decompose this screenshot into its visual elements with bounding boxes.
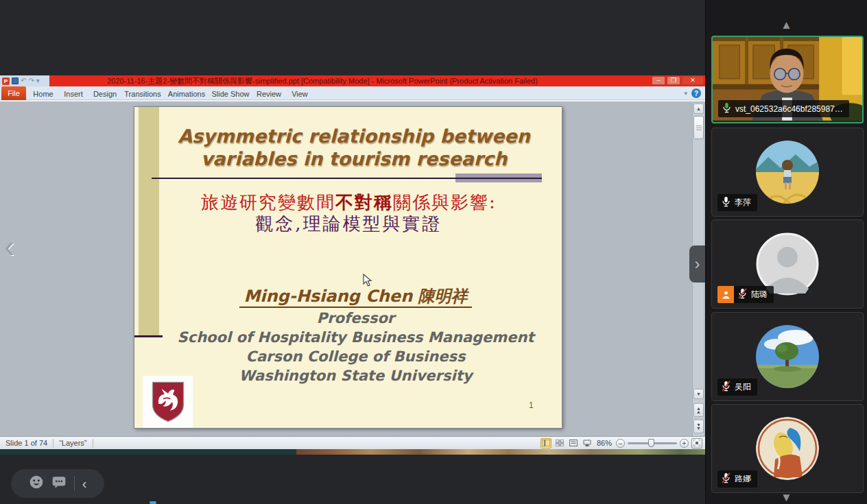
reaction-chat-toolbar: ‹ (11, 469, 104, 498)
zoom-slider[interactable] (628, 438, 677, 448)
tab-view[interactable]: View (289, 88, 311, 99)
chinese-subtitle-line1: 旅遊研究變數間不對稱關係與影響: (134, 191, 563, 215)
participants-scroll-up-icon[interactable]: ▲ (781, 19, 792, 31)
redo-icon[interactable]: ↷ (28, 77, 34, 84)
slide-page-number: 1 (529, 400, 534, 410)
window-title: 2020-11-16-主題2-變數間不對稱關係與影響-simplified.pp… (62, 76, 583, 86)
mic-muted-icon (722, 381, 731, 394)
scroll-down-arrow[interactable]: ▼ (693, 389, 704, 399)
participant-tile-speaker[interactable]: vst_062532a6c46bf285987… (711, 36, 864, 123)
slide-counter: Slide 1 of 74 (5, 439, 47, 447)
slide-workspace: Asymmetric relationship between variable… (0, 100, 705, 436)
undo-icon[interactable]: ↶ (21, 77, 26, 84)
presenter-badge-icon (717, 286, 734, 303)
mic-on-icon (722, 196, 731, 209)
tab-animations[interactable]: Animations (165, 88, 208, 99)
emoji-reaction-icon[interactable] (29, 475, 44, 492)
tab-transitions[interactable]: Transitions (121, 88, 163, 99)
participants-scroll-down-icon[interactable]: ▼ (781, 492, 792, 503)
tab-file[interactable]: File (1, 86, 26, 100)
participant-name: vst_062532a6c46bf285987… (735, 104, 843, 114)
author-role: Professor (134, 309, 577, 328)
author-university: Washington State University (134, 366, 577, 385)
app-window: 2020-11-16-主題2-變數間不對稱關係與影響-simplified.pp… (0, 0, 867, 504)
participant-tile[interactable]: 李萍 (711, 128, 864, 217)
participant-name: 路娜 (735, 473, 751, 485)
participant-tile[interactable]: 吴阳 (711, 312, 864, 401)
desktop-strip (0, 449, 705, 455)
participant-badge-row: 陆璐 (717, 286, 774, 303)
theme-name: “Layers” (59, 439, 86, 447)
wsu-logo (143, 376, 193, 428)
mic-muted-icon (722, 472, 731, 485)
zoom-in-button[interactable]: + (680, 439, 689, 448)
participant-name: 陆璐 (751, 289, 768, 300)
scrollbar-thumb[interactable] (693, 116, 704, 139)
participant-tile[interactable]: 路娜 (711, 404, 864, 493)
participant-name-badge: vst_062532a6c46bf285987… (718, 100, 849, 117)
author-college: Carson College of Business (134, 347, 577, 366)
author-dept: School of Hospitality Business Managemen… (134, 328, 577, 347)
mic-active-icon (722, 102, 731, 115)
ribbon-tab-bar: File Home Insert Design Transitions Anim… (0, 86, 705, 100)
participant-name-badge: 路娜 (717, 470, 757, 488)
tab-home[interactable]: Home (30, 88, 56, 99)
chinese-subtitle-line2: 觀念,理論模型與實證 (134, 212, 563, 236)
participant-name-badge: 李萍 (717, 194, 757, 211)
powerpoint-titlebar: 2020-11-16-主題2-變數間不對稱關係與影響-simplified.pp… (0, 75, 705, 86)
avatar (756, 417, 819, 480)
chat-icon[interactable] (51, 475, 67, 492)
participant-tile[interactable]: 陆璐 (711, 219, 864, 309)
tab-design[interactable]: Design (91, 88, 119, 99)
avatar (756, 325, 819, 388)
slide-nav-left-icon[interactable]: ‹ (4, 230, 14, 262)
reading-view-button[interactable] (568, 438, 579, 448)
mic-muted-icon (738, 288, 747, 301)
avatar (756, 141, 819, 204)
panel-expand-handle[interactable]: › (689, 245, 705, 283)
restore-button[interactable]: ❐ (667, 76, 680, 85)
previous-slide-button[interactable]: ▲▲ (693, 403, 704, 417)
zoom-slider-thumb[interactable] (648, 439, 654, 447)
tab-review[interactable]: Review (254, 88, 284, 99)
participant-name: 李萍 (735, 197, 751, 208)
zoom-percentage: 86% (597, 439, 612, 447)
tab-slide-show[interactable]: Slide Show (209, 88, 252, 99)
slide-sorter-view-button[interactable] (554, 438, 565, 448)
slide-title: Asymmetric relationship between variable… (162, 125, 546, 170)
author-name: Ming-Hsiang Chen 陳明祥 (134, 285, 577, 307)
powerpoint-statusbar: Slide 1 of 74 “Layers” 86% – (0, 436, 705, 449)
powerpoint-app-icon: P (2, 77, 10, 85)
save-icon[interactable] (12, 77, 19, 84)
slideshow-view-button[interactable] (582, 438, 593, 448)
next-slide-button[interactable]: ▼▼ (693, 420, 704, 433)
minimize-button[interactable]: – (652, 76, 665, 85)
mouse-cursor (363, 274, 372, 290)
qat-dropdown-icon[interactable]: ▾ (36, 77, 40, 84)
quick-access-toolbar: P ↶ ↷ ▾ (0, 75, 49, 86)
close-button[interactable]: ✕ (682, 76, 704, 85)
scroll-up-arrow[interactable]: ▲ (693, 104, 704, 114)
tab-insert[interactable]: Insert (61, 88, 86, 99)
participants-panel: ▲ (705, 0, 867, 504)
author-affiliation: Professor School of Hospitality Business… (134, 309, 577, 385)
zoom-out-button[interactable]: – (616, 439, 625, 448)
taskbar-indicator (150, 501, 156, 504)
ribbon-collapse-icon[interactable]: ▾ (684, 90, 687, 97)
slide-canvas: Asymmetric relationship between variable… (134, 106, 562, 429)
toolbar-collapse-icon[interactable]: ‹ (82, 477, 87, 490)
participant-name-badge: 吴阳 (717, 379, 757, 396)
fit-slide-button[interactable] (691, 438, 702, 448)
help-button[interactable]: ? (691, 88, 701, 98)
normal-view-button[interactable] (541, 438, 551, 448)
title-rule (152, 178, 541, 179)
meeting-bottom-bar: ‹ (0, 455, 705, 504)
shared-screen-area: 2020-11-16-主題2-變數間不對稱關係與影響-simplified.pp… (0, 0, 705, 504)
participant-name: 吴阳 (735, 381, 751, 393)
